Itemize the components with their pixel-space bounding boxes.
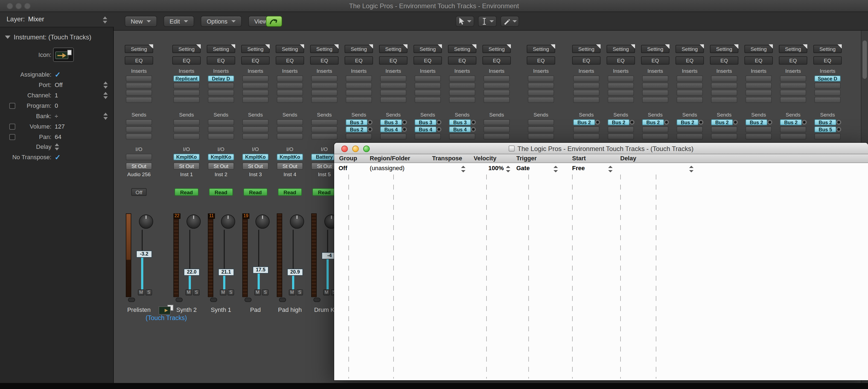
send-slot[interactable] (126, 133, 152, 140)
send-slot[interactable]: Bus 5 (814, 126, 836, 132)
send-slot[interactable] (208, 126, 234, 132)
automation-button[interactable]: Read (209, 188, 233, 196)
send-knob[interactable] (436, 120, 441, 125)
send-slot[interactable] (608, 126, 634, 132)
send-slot[interactable] (277, 126, 303, 132)
send-slot[interactable] (174, 133, 199, 140)
send-slot[interactable] (174, 119, 199, 125)
send-slot[interactable] (642, 126, 669, 132)
insert-slot[interactable] (573, 90, 599, 96)
channel-eq-button[interactable]: EQ (607, 56, 635, 65)
send-slot[interactable] (208, 133, 234, 140)
channel-setting-button[interactable]: Setting (345, 45, 373, 53)
output-button[interactable]: St Out (126, 162, 152, 170)
pencil-tool-button[interactable] (500, 16, 519, 27)
send-slot[interactable] (780, 133, 806, 140)
insert-slot[interactable] (780, 83, 806, 89)
channel-setting-button[interactable]: Setting (207, 45, 235, 53)
strip-misc-button[interactable] (176, 298, 183, 302)
send-slot[interactable] (677, 133, 703, 140)
channel-eq-button[interactable]: EQ (641, 56, 670, 65)
send-slot[interactable]: Bus 2 (711, 119, 733, 125)
send-slot[interactable] (642, 133, 669, 140)
send-slot[interactable] (414, 133, 441, 140)
solo-button[interactable]: S (297, 290, 303, 295)
send-slot[interactable] (277, 119, 303, 125)
insert-slot[interactable] (414, 76, 441, 82)
send-slot[interactable]: Bus 3 (380, 119, 402, 125)
midi-thru-button[interactable] (266, 16, 282, 27)
channel-setting-button[interactable]: Setting (276, 45, 304, 53)
volume-value[interactable]: -3.2 (136, 250, 152, 258)
port-stepper[interactable] (103, 82, 108, 89)
insert-slot[interactable] (711, 97, 737, 103)
insert-slot[interactable] (608, 90, 634, 96)
send-slot[interactable] (242, 126, 269, 132)
insert-slot[interactable] (380, 90, 406, 96)
send-slot[interactable] (311, 126, 338, 132)
channel-eq-button[interactable]: EQ (813, 56, 842, 65)
send-knob[interactable] (471, 120, 476, 125)
pan-knob[interactable] (255, 214, 270, 229)
strip-misc-button[interactable] (279, 298, 286, 302)
insert-slot[interactable] (449, 76, 475, 82)
send-slot[interactable]: Bus 2 (780, 119, 802, 125)
send-knob[interactable] (836, 127, 841, 132)
insert-slot[interactable] (277, 76, 303, 82)
program-value[interactable]: 0 (55, 101, 58, 111)
insert-slot[interactable] (311, 83, 338, 89)
channel-eq-button[interactable]: EQ (207, 56, 235, 65)
insert-slot[interactable] (677, 76, 703, 82)
send-slot[interactable] (573, 126, 599, 132)
channel-eq-button[interactable]: EQ (379, 56, 407, 65)
channel-setting-button[interactable]: Setting (379, 45, 407, 53)
channel-eq-button[interactable]: EQ (125, 56, 153, 65)
send-knob[interactable] (402, 120, 407, 125)
send-slot[interactable]: Bus 2 (814, 119, 836, 125)
insert-slot[interactable] (380, 97, 406, 103)
send-slot[interactable]: Bus 2 (745, 119, 767, 125)
insert-slot[interactable] (277, 83, 303, 89)
solo-button[interactable]: S (193, 290, 199, 295)
insert-slot[interactable] (745, 76, 772, 82)
insert-slot[interactable] (528, 90, 554, 96)
channel-setting-button[interactable]: Setting (641, 45, 670, 53)
strip-misc-button[interactable] (245, 298, 252, 302)
insert-slot[interactable] (126, 90, 152, 96)
insert-slot[interactable] (346, 83, 372, 89)
insert-slot[interactable] (380, 76, 406, 82)
mute-button[interactable]: M (289, 290, 296, 295)
input-slot[interactable]: KmpltKo (208, 154, 234, 160)
send-slot[interactable]: Bus 2 (608, 119, 629, 125)
send-knob[interactable] (699, 120, 703, 125)
insert-slot[interactable] (608, 97, 634, 103)
insert-slot[interactable] (414, 83, 441, 89)
pan-knob[interactable] (290, 214, 304, 229)
channel-setting-button[interactable]: Setting (744, 45, 773, 53)
insert-slot[interactable] (449, 90, 475, 96)
send-slot[interactable]: Bus 3 (414, 119, 436, 125)
row-cell[interactable]: Off (339, 165, 347, 171)
insert-slot[interactable]: Replicant (174, 76, 199, 82)
value-stepper[interactable] (554, 166, 558, 172)
insert-slot[interactable] (642, 97, 669, 103)
channel-eq-button[interactable]: EQ (413, 56, 442, 65)
mute-button[interactable]: M (323, 290, 330, 295)
insert-slot[interactable] (642, 76, 669, 82)
volume-value[interactable]: 127 (55, 121, 65, 132)
send-slot[interactable] (745, 126, 772, 132)
input-slot[interactable] (126, 154, 152, 160)
send-slot[interactable] (528, 126, 554, 132)
channel-setting-button[interactable]: Setting (413, 45, 442, 53)
menu-button-new[interactable]: New (125, 16, 157, 27)
send-slot[interactable]: Bus 4 (414, 126, 436, 132)
automation-button[interactable]: Read (312, 188, 336, 196)
channel-setting-button[interactable]: Setting (779, 45, 807, 53)
input-slot[interactable]: Battery (311, 154, 338, 160)
channel-eq-button[interactable]: EQ (483, 56, 511, 65)
channel-setting-button[interactable]: Setting (527, 45, 555, 53)
insert-slot[interactable] (208, 90, 234, 96)
channel-setting-button[interactable]: Setting (572, 45, 600, 53)
solo-button[interactable]: S (227, 290, 234, 295)
channel-setting-button[interactable]: Setting (448, 45, 476, 53)
